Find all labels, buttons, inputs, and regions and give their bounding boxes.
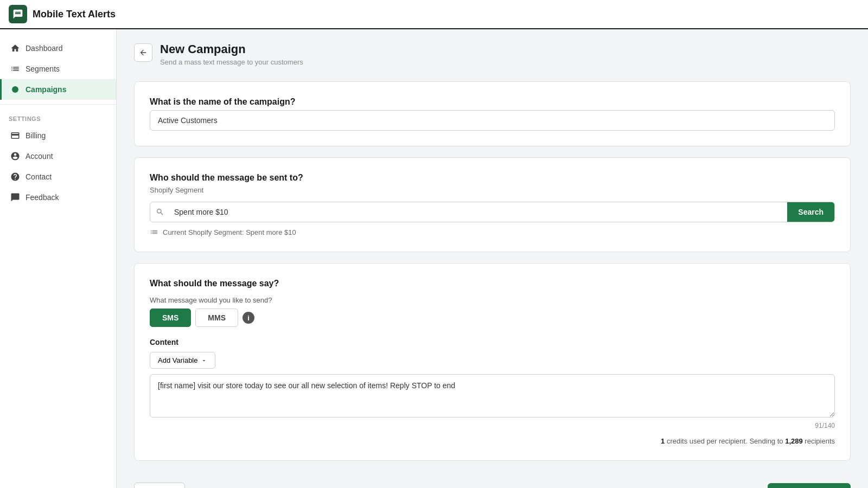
sidebar-item-billing[interactable]: Billing — [0, 125, 116, 146]
app-logo-icon — [9, 5, 27, 23]
credits-info: 1 credits used per recipient. Sending to… — [150, 437, 835, 445]
settings-section-label: SETTINGS — [0, 109, 116, 125]
sidebar-item-contact[interactable]: Contact — [0, 166, 116, 187]
logo-svg — [12, 9, 23, 20]
sidebar-label-feedback: Feedback — [25, 193, 59, 202]
sidebar-item-feedback[interactable]: Feedback — [0, 187, 116, 208]
credits-mid-text: credits used per recipient. Sending to — [667, 437, 783, 445]
feedback-icon — [10, 192, 20, 202]
recipients-card: Who should the message be sent to? Shopi… — [134, 157, 851, 252]
chevron-down-icon — [201, 357, 207, 364]
campaign-name-card: What is the name of the campaign? — [134, 81, 851, 146]
sidebar: Dashboard Segments Campaigns SETTINGS Bi… — [0, 29, 117, 488]
sidebar-label-campaigns: Campaigns — [25, 85, 66, 94]
sidebar-item-account[interactable]: Account — [0, 146, 116, 166]
credits-number: 1 — [661, 437, 665, 445]
current-segment-display: Current Shopify Segment: Spent more $10 — [150, 228, 835, 236]
message-type-label: What message would you like to send? — [150, 296, 835, 304]
main-content: New Campaign Send a mass text message to… — [117, 29, 868, 488]
sidebar-label-dashboard: Dashboard — [25, 44, 63, 53]
sidebar-item-dashboard[interactable]: Dashboard — [0, 38, 116, 59]
bottom-actions: Cancel Send Message — [134, 472, 851, 488]
nav-divider — [0, 104, 116, 105]
segment-search-row: Search — [150, 202, 835, 222]
segment-label: Shopify Segment — [150, 186, 835, 194]
sidebar-item-campaigns[interactable]: Campaigns — [0, 79, 116, 100]
contact-icon — [10, 172, 20, 182]
content-label: Content — [150, 338, 835, 346]
page-title-block: New Campaign Send a mass text message to… — [160, 42, 303, 66]
send-message-button[interactable]: Send Message — [768, 483, 851, 488]
topbar: Mobile Text Alerts — [0, 0, 868, 29]
char-count: 91/140 — [150, 422, 835, 429]
sidebar-item-segments[interactable]: Segments — [0, 59, 116, 79]
current-segment-text: Current Shopify Segment: Spent more $10 — [163, 228, 296, 236]
recipients-count: 1,289 — [785, 437, 803, 445]
sidebar-label-billing: Billing — [25, 131, 46, 140]
logo: Mobile Text Alerts — [9, 5, 116, 23]
account-icon — [10, 151, 20, 161]
page-title: New Campaign — [160, 42, 303, 56]
campaign-name-title: What is the name of the campaign? — [150, 97, 835, 107]
search-button[interactable]: Search — [787, 202, 834, 222]
billing-icon — [10, 131, 20, 140]
cancel-button[interactable]: Cancel — [134, 483, 185, 488]
message-title: What should the message say? — [150, 279, 835, 288]
segment-filter-icon — [150, 228, 158, 236]
page-header: New Campaign Send a mass text message to… — [134, 42, 851, 66]
info-icon[interactable]: i — [242, 312, 254, 324]
back-button[interactable] — [134, 43, 152, 62]
search-icon — [156, 208, 164, 216]
message-type-row: SMS MMS i — [150, 309, 835, 327]
mms-toggle-button[interactable]: MMS — [195, 309, 238, 327]
sidebar-label-account: Account — [25, 152, 53, 160]
page-subtitle: Send a mass text message to your custome… — [160, 58, 303, 66]
sidebar-label-segments: Segments — [25, 65, 60, 73]
home-icon — [10, 43, 20, 53]
sms-toggle-button[interactable]: SMS — [150, 309, 191, 327]
recipients-title: Who should the message be sent to? — [150, 173, 835, 183]
campaign-name-input[interactable] — [150, 110, 835, 131]
segment-search-input[interactable] — [170, 202, 787, 222]
back-arrow-icon — [139, 48, 148, 57]
add-variable-label: Add Variable — [158, 356, 197, 364]
message-card: What should the message say? What messag… — [134, 263, 851, 461]
add-variable-button[interactable]: Add Variable — [150, 352, 215, 369]
credits-suffix-text: recipients — [805, 437, 835, 445]
search-icon-wrap — [150, 208, 170, 216]
message-textarea[interactable]: [first name] visit our store today to se… — [150, 374, 835, 418]
svg-point-0 — [12, 86, 18, 93]
segments-icon — [10, 64, 20, 74]
campaigns-icon — [10, 85, 20, 94]
app-title: Mobile Text Alerts — [33, 9, 116, 20]
sidebar-label-contact: Contact — [25, 172, 52, 181]
